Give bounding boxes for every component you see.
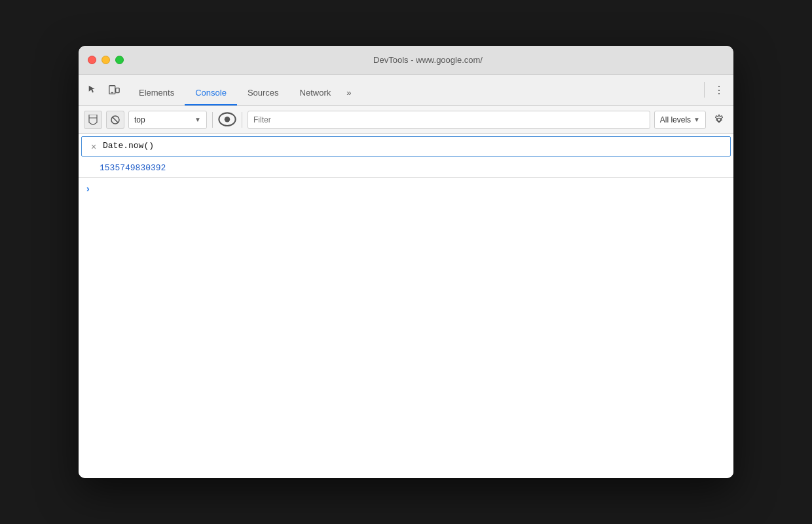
levels-label: All levels: [660, 115, 691, 124]
window-title: DevTools - www.google.com/: [132, 55, 724, 65]
tab-console[interactable]: Console: [185, 81, 237, 105]
context-arrow-icon: ▼: [194, 116, 201, 123]
divider: [704, 82, 705, 98]
close-button[interactable]: [88, 56, 96, 64]
context-value: top: [134, 115, 192, 124]
block-icon[interactable]: [106, 111, 124, 129]
more-tabs-button[interactable]: »: [341, 81, 356, 105]
console-input-entry: × Date.now(): [81, 136, 731, 157]
traffic-lights: [88, 56, 124, 64]
tab-network[interactable]: Network: [289, 81, 342, 105]
device-mode-icon[interactable]: [105, 81, 123, 99]
svg-line-6: [113, 117, 119, 122]
console-command-text[interactable]: Date.now(): [103, 141, 725, 151]
watch-expressions-button[interactable]: [218, 111, 236, 129]
log-levels-selector[interactable]: All levels ▼: [654, 111, 706, 129]
inspect-icon[interactable]: [84, 81, 102, 99]
clear-console-button[interactable]: [84, 111, 102, 129]
clear-entry-icon[interactable]: ×: [87, 141, 100, 152]
ellipsis-icon: ⋮: [714, 84, 724, 96]
svg-point-8: [225, 117, 230, 122]
svg-point-9: [717, 118, 720, 121]
console-output-entry: 1535749830392: [79, 159, 733, 178]
devtools-window: DevTools - www.google.com/ Elements Cons: [79, 46, 733, 478]
x-icon: ×: [91, 141, 96, 152]
tabs: Elements Console Sources Network »: [128, 81, 701, 105]
minimize-button[interactable]: [101, 56, 110, 64]
console-result-text: 1535749830392: [100, 163, 728, 173]
levels-arrow-icon: ▼: [693, 116, 700, 123]
context-selector[interactable]: top ▼: [128, 111, 207, 129]
maximize-button[interactable]: [115, 56, 124, 64]
tab-bar-right: ⋮: [701, 81, 728, 105]
toolbar-divider: [212, 112, 213, 128]
more-options-button[interactable]: ⋮: [710, 81, 728, 99]
tab-elements[interactable]: Elements: [128, 81, 185, 105]
title-bar: DevTools - www.google.com/: [79, 46, 733, 75]
toolbar-divider-2: [242, 112, 242, 128]
console-input[interactable]: [95, 184, 726, 194]
settings-button[interactable]: [710, 111, 728, 129]
tab-bar: Elements Console Sources Network » ⋮: [79, 75, 733, 106]
svg-marker-3: [89, 115, 97, 125]
toolbar: top ▼ All levels ▼: [79, 106, 733, 134]
filter-input[interactable]: [248, 111, 650, 129]
console-content: × Date.now() 1535749830392 ›: [79, 134, 733, 478]
console-prompt-row: ›: [79, 178, 733, 199]
svg-rect-1: [116, 88, 119, 92]
prompt-chevron-icon: ›: [86, 183, 90, 194]
tab-bar-left-icons: [84, 81, 123, 105]
tab-sources[interactable]: Sources: [237, 81, 289, 105]
